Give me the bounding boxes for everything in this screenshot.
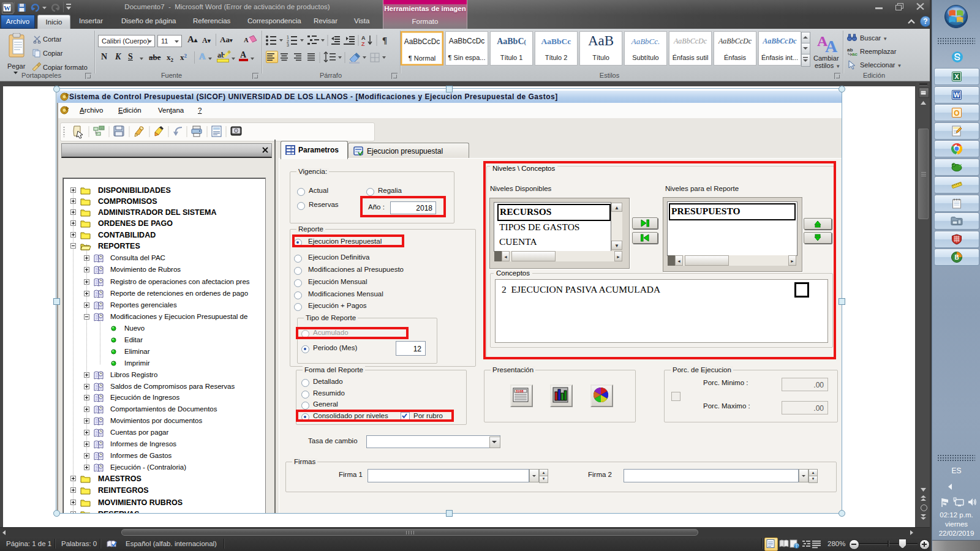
svg-text:W: W <box>4 4 10 12</box>
svg-text:ac: ac <box>852 51 858 56</box>
svg-text:B: B <box>954 254 959 261</box>
svg-text:Z: Z <box>361 41 365 47</box>
svg-text:W: W <box>954 91 960 99</box>
svg-text:O: O <box>954 109 959 118</box>
svg-text:1: 1 <box>287 35 289 39</box>
svg-text:¶: ¶ <box>382 36 387 45</box>
svg-text:31/08: 31/08 <box>516 389 524 393</box>
svg-text:3: 3 <box>287 43 289 47</box>
svg-text:A: A <box>361 35 366 41</box>
svg-text:X: X <box>954 73 959 80</box>
